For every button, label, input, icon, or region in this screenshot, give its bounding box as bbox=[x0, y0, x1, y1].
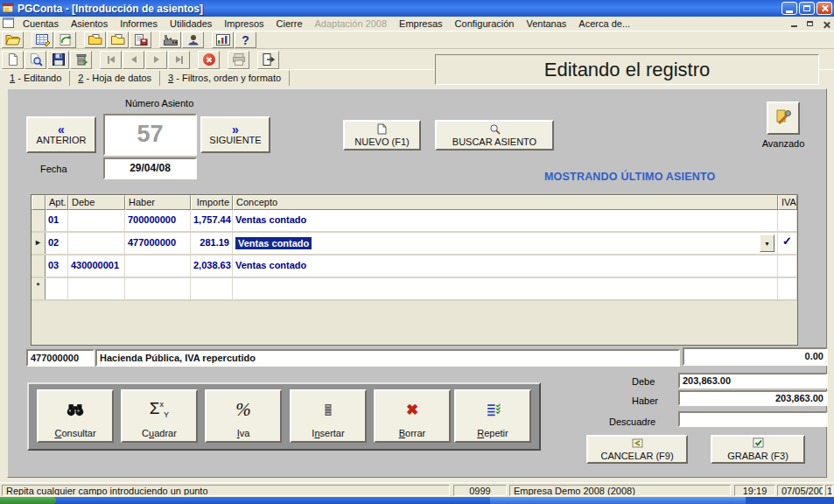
insert-rows-icon bbox=[321, 391, 335, 428]
nav-last-icon bbox=[168, 51, 190, 69]
status-company-code: 0999 bbox=[453, 485, 507, 496]
status-date: 07/05/2009 bbox=[777, 485, 823, 496]
col-haber[interactable]: Haber bbox=[125, 195, 191, 210]
col-debe[interactable]: Debe bbox=[68, 195, 125, 210]
cuadrar-button[interactable]: ΣxY Cuadrar bbox=[121, 389, 198, 443]
search-record-icon[interactable] bbox=[25, 51, 46, 69]
new-row-marker: * bbox=[32, 278, 46, 299]
status-counter: 1 bbox=[825, 485, 833, 496]
descuadre-label: Descuadre bbox=[609, 416, 655, 427]
avanzado-button[interactable] bbox=[767, 102, 800, 135]
borrar-button[interactable]: ✖ Borrar bbox=[374, 389, 451, 443]
col-importe[interactable]: Importe bbox=[191, 195, 233, 210]
new-record-icon[interactable] bbox=[2, 51, 24, 69]
table-row[interactable]: 03 430000001 2,038.63 Ventas contado bbox=[32, 256, 797, 278]
undo-arrow-icon bbox=[632, 438, 643, 450]
open-folder-icon[interactable] bbox=[2, 32, 24, 48]
table-row-new[interactable]: * bbox=[32, 278, 797, 301]
descuadre-field[interactable] bbox=[678, 411, 828, 427]
delete-record-icon[interactable] bbox=[70, 51, 92, 69]
exit-icon[interactable] bbox=[257, 51, 279, 69]
menu-utilidades[interactable]: Utilidades bbox=[164, 18, 218, 30]
insertar-button[interactable]: Insertar bbox=[290, 389, 367, 443]
cancel-edit-icon[interactable] bbox=[198, 51, 220, 69]
account-name-field[interactable]: Hacienda Pública, IVA repercutido bbox=[95, 349, 680, 367]
consultar-button[interactable]: Consultar bbox=[37, 389, 114, 443]
concepto-dropdown-button[interactable]: ▼ bbox=[760, 234, 774, 252]
account-code-field[interactable]: 477000000 bbox=[26, 349, 95, 367]
siguiente-button[interactable]: » SIGUIENTE bbox=[200, 116, 270, 153]
status-message: Repita cualquier campo introduciendo un … bbox=[2, 485, 450, 496]
table-row[interactable]: 01 700000000 1,757.44 Ventas contado bbox=[32, 210, 797, 233]
fecha-field[interactable]: 29/04/08 bbox=[103, 158, 197, 179]
grid-selector-header bbox=[32, 195, 46, 210]
tab-editando[interactable]: 1 - Editando bbox=[2, 71, 70, 86]
close-button[interactable] bbox=[816, 2, 832, 15]
datasheet-edit-icon[interactable] bbox=[32, 32, 53, 48]
users-icon[interactable] bbox=[182, 32, 204, 48]
print-icon bbox=[228, 51, 249, 69]
status-company: Empresa Demo 2008 (2008) bbox=[509, 485, 731, 496]
menu-empresas[interactable]: Empresas bbox=[393, 18, 449, 30]
menu-ventanas[interactable]: Ventanas bbox=[520, 18, 572, 30]
documents-icon[interactable] bbox=[84, 32, 106, 48]
grabar-button[interactable]: GRABAR (F3) bbox=[711, 435, 805, 464]
reports-icon[interactable] bbox=[212, 32, 234, 48]
mdi-child-icon[interactable] bbox=[3, 18, 14, 30]
nuevo-button[interactable]: NUEVO (F1) bbox=[343, 120, 421, 150]
numero-asiento-field[interactable]: 57 bbox=[103, 114, 197, 156]
asiento-grid: Apt. Debe Haber Importe Concepto IVA 01 … bbox=[31, 194, 798, 346]
save-document-icon[interactable] bbox=[130, 32, 151, 48]
menu-acerca-de[interactable]: Acerca de... bbox=[572, 18, 636, 30]
mdi-close-button[interactable] bbox=[818, 18, 832, 30]
col-apt[interactable]: Apt. bbox=[46, 195, 68, 210]
buscar-asiento-button[interactable]: BUSCAR ASIENTO bbox=[435, 120, 554, 150]
help-icon[interactable]: ? bbox=[235, 32, 256, 48]
action-panel: Consultar ΣxY Cuadrar % Iva Insertar ✖ B… bbox=[27, 382, 541, 451]
col-iva[interactable]: IVA bbox=[778, 195, 797, 210]
restore-button[interactable] bbox=[799, 2, 815, 15]
taskbar-window-button[interactable] bbox=[490, 497, 746, 504]
anterior-button[interactable]: « ANTERIOR bbox=[26, 116, 96, 153]
window-title: PGConta - [Introducción de asientos] bbox=[18, 3, 203, 15]
selected-concepto-text[interactable]: Ventas contado bbox=[235, 237, 312, 249]
view-tabs: 1 - Editando 2 - Hoja de datos 3 - Filtr… bbox=[2, 70, 290, 86]
mdi-minimize-button[interactable] bbox=[787, 18, 801, 30]
grid-header: Apt. Debe Haber Importe Concepto IVA bbox=[32, 195, 797, 210]
save-record-icon[interactable] bbox=[47, 51, 69, 69]
menu-adaptacion-2008: Adaptación 2008 bbox=[309, 18, 394, 30]
menu-impresos[interactable]: Impresos bbox=[218, 18, 270, 30]
taskbar bbox=[0, 497, 834, 504]
app-icon bbox=[2, 2, 14, 16]
numero-asiento-label: Número Asiento bbox=[125, 98, 193, 108]
start-button[interactable] bbox=[0, 497, 56, 504]
repetir-button[interactable]: Repetir bbox=[454, 389, 531, 443]
menu-asientos[interactable]: Asientos bbox=[65, 18, 114, 30]
status-time: 19:19 bbox=[734, 485, 775, 496]
haber-total-field[interactable]: 203,863.00 bbox=[678, 390, 828, 406]
col-concepto[interactable]: Concepto bbox=[233, 195, 778, 210]
company-icon[interactable] bbox=[159, 32, 181, 48]
table-row-selected[interactable]: ► 02 477000000 281.19 Ventas contado ▼ ✓ bbox=[32, 233, 797, 256]
tab-hoja-de-datos[interactable]: 2 - Hoja de datos bbox=[70, 71, 160, 86]
app-window: PGConta - [Introducción de asientos] Cue… bbox=[0, 0, 834, 504]
mostrando-status: MOSTRANDO ÚLTIMO ASIENTO bbox=[544, 171, 716, 183]
tools-icon bbox=[774, 108, 793, 129]
minimize-button[interactable] bbox=[781, 2, 797, 15]
menu-configuracion[interactable]: Configuración bbox=[449, 18, 521, 30]
mdi-restore-button[interactable] bbox=[802, 18, 816, 30]
menu-informes[interactable]: Informes bbox=[114, 18, 164, 30]
next-arrow-icon: » bbox=[232, 125, 239, 135]
haber-total-label: Haber bbox=[632, 396, 658, 406]
nav-next-icon bbox=[145, 51, 167, 69]
cancelar-button[interactable]: CANCELAR (F9) bbox=[586, 435, 688, 464]
menu-cierre[interactable]: Cierre bbox=[270, 18, 309, 30]
documents-alt-icon[interactable] bbox=[107, 32, 129, 48]
debe-total-field[interactable]: 203,863.00 bbox=[678, 373, 828, 388]
red-cross-icon: ✖ bbox=[406, 391, 418, 428]
account-amount-field[interactable]: 0.00 bbox=[683, 347, 828, 366]
iva-button[interactable]: % Iva bbox=[205, 389, 282, 443]
menu-cuentas[interactable]: Cuentas bbox=[17, 18, 65, 30]
journal-icon[interactable] bbox=[54, 32, 76, 48]
tab-filtros-orden-formato[interactable]: 3 - Filtros, orden y formato bbox=[160, 71, 290, 86]
